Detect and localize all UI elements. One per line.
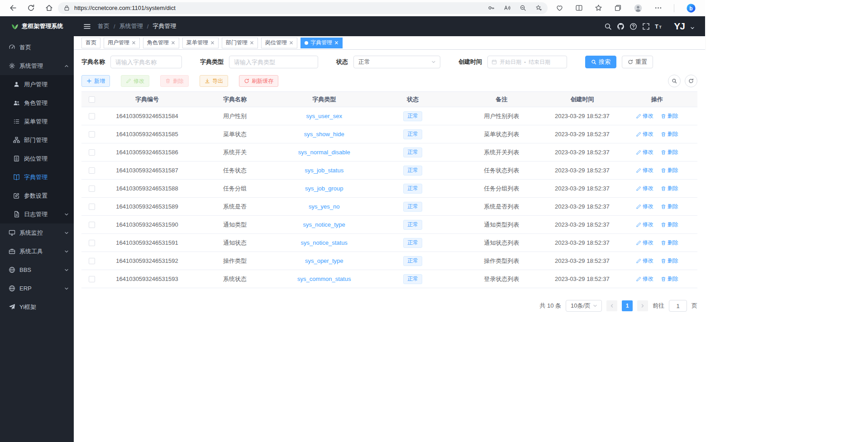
user-logo[interactable]: YJ [674,21,685,32]
help-icon[interactable] [630,23,637,30]
dict-type-link[interactable]: sys_normal_disable [298,149,350,156]
sidebar-item-departments[interactable]: 部门管理 [0,131,74,149]
row-edit-link[interactable]: 修改 [636,203,653,210]
sidebar-item-menus[interactable]: 菜单管理 [0,112,74,131]
github-icon[interactable] [617,23,625,30]
favorites-icon[interactable] [595,4,602,12]
bing-icon[interactable]: b [686,3,696,13]
row-checkbox[interactable] [89,113,95,119]
row-checkbox[interactable] [89,276,95,282]
row-edit-link[interactable]: 修改 [636,257,653,265]
tab-menu-mgmt[interactable]: 菜单管理 [182,38,219,48]
address-bar[interactable]: https://ccnetcore.com:1101/system/dict [58,2,548,14]
profile-avatar[interactable] [634,4,643,13]
row-checkbox[interactable] [89,167,95,174]
row-delete-link[interactable]: 删除 [661,185,678,192]
tab-close-icon[interactable] [250,41,254,45]
lock-icon[interactable] [63,5,70,11]
refresh-table-button[interactable] [685,75,697,87]
sidebar-item-system[interactable]: 系统管理 [0,57,74,75]
row-checkbox[interactable] [89,240,95,246]
dict-type-link[interactable]: sys_notice_status [301,239,348,246]
row-edit-link[interactable]: 修改 [636,239,653,247]
app-logo[interactable]: 意框架管理系统 [0,16,74,36]
refresh-icon[interactable] [27,4,35,12]
sidebar-item-posts[interactable]: 岗位管理 [0,149,74,168]
row-edit-link[interactable]: 修改 [636,275,653,283]
row-edit-link[interactable]: 修改 [636,130,653,138]
tab-dept-mgmt[interactable]: 部门管理 [222,38,258,48]
row-edit-link[interactable]: 修改 [636,148,653,156]
tab-user-mgmt[interactable]: 用户管理 [104,38,140,48]
add-button[interactable]: 新增 [81,75,110,87]
row-checkbox[interactable] [89,185,95,192]
tab-close-icon[interactable] [289,41,293,45]
hamburger-menu-icon[interactable] [74,23,98,30]
more-menu-icon[interactable] [654,4,662,12]
dict-type-link[interactable]: sys_job_status [305,167,343,174]
sidebar-item-monitor[interactable]: 系统监控 [0,223,74,242]
dict-type-input[interactable] [229,56,318,68]
row-checkbox[interactable] [89,222,95,228]
row-delete-link[interactable]: 删除 [661,221,678,228]
browser-essentials-icon[interactable] [556,4,563,12]
sidebar-item-dict[interactable]: 字典管理 [0,168,74,186]
url-text[interactable]: https://ccnetcore.com:1101/system/dict [74,5,484,11]
row-delete-link[interactable]: 删除 [661,130,678,138]
status-select[interactable]: 正常 [353,56,440,68]
dict-type-link[interactable]: sys_oper_type [305,257,343,264]
reset-button[interactable]: 重置 [622,56,653,68]
row-checkbox[interactable] [89,258,95,264]
tab-home[interactable]: 首页 [81,38,100,48]
row-edit-link[interactable]: 修改 [636,221,653,228]
hide-search-button[interactable] [668,75,681,87]
dict-type-link[interactable]: sys_yes_no [309,203,340,210]
sidebar-item-bbs[interactable]: BBS [0,261,74,279]
row-checkbox[interactable] [89,131,95,138]
row-delete-link[interactable]: 删除 [661,239,678,247]
sidebar-item-tools[interactable]: 系统工具 [0,242,74,261]
prev-page-button[interactable] [606,300,617,311]
row-delete-link[interactable]: 删除 [661,166,678,174]
sidebar-item-users[interactable]: 用户管理 [0,75,74,94]
tab-post-mgmt[interactable]: 岗位管理 [261,38,297,48]
read-aloud-icon[interactable] [504,5,510,11]
back-icon[interactable] [9,4,17,12]
password-key-icon[interactable] [488,5,495,11]
page-number-current[interactable]: 1 [622,300,633,311]
sidebar-item-logs[interactable]: 日志管理 [0,205,74,223]
font-size-icon[interactable]: TT [655,23,663,30]
row-edit-link[interactable]: 修改 [636,185,653,192]
row-checkbox[interactable] [89,149,95,156]
date-range-picker[interactable]: 开始日期 - 结束日期 [487,56,567,68]
tab-dict-mgmt[interactable]: 字典管理 [300,38,343,48]
favorite-add-icon[interactable] [535,5,542,11]
row-delete-link[interactable]: 删除 [661,148,678,156]
row-delete-link[interactable]: 删除 [661,203,678,210]
sidebar-item-yiframework[interactable]: Yi框架 [0,298,74,316]
user-menu-chevron-icon[interactable] [690,25,695,31]
dict-type-link[interactable]: sys_user_sex [306,113,342,119]
tab-close-icon[interactable] [210,41,215,45]
next-page-button[interactable] [637,300,648,311]
sidebar-item-home[interactable]: 首页 [0,38,74,57]
goto-page-input[interactable] [669,300,687,312]
breadcrumb-system[interactable]: 系统管理 [119,22,143,30]
export-button[interactable]: 导出 [200,75,228,87]
tab-role-mgmt[interactable]: 角色管理 [143,38,179,48]
row-delete-link[interactable]: 删除 [661,275,678,283]
tab-close-icon[interactable] [132,41,136,45]
tab-close-icon[interactable] [334,41,339,45]
dict-name-input[interactable] [110,56,182,68]
dict-type-link[interactable]: sys_notice_type [303,221,345,228]
refresh-cache-button[interactable]: 刷新缓存 [239,75,278,87]
breadcrumb-home[interactable]: 首页 [98,22,110,30]
dict-type-link[interactable]: sys_show_hide [304,131,344,138]
header-search-icon[interactable] [604,23,612,30]
row-checkbox[interactable] [89,204,95,210]
sidebar-item-erp[interactable]: ERP [0,279,74,298]
row-edit-link[interactable]: 修改 [636,112,653,120]
row-delete-link[interactable]: 删除 [661,257,678,265]
home-icon[interactable] [45,4,53,12]
sidebar-item-roles[interactable]: 角色管理 [0,94,74,112]
